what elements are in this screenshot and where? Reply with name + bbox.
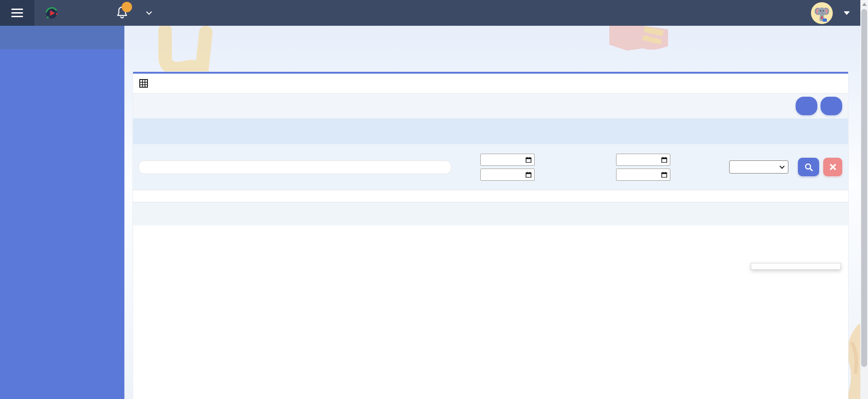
name-filter-input[interactable] [138, 160, 451, 174]
column-header-status[interactable] [729, 127, 848, 136]
avatar [811, 2, 833, 24]
calendar-icon[interactable] [526, 157, 531, 163]
table-bottom-gap [133, 190, 848, 202]
start-date-from-input[interactable] [480, 154, 535, 166]
end-date-to-input[interactable] [616, 169, 670, 181]
calendar-icon[interactable] [526, 172, 531, 178]
search-icon [804, 163, 813, 172]
chevron-down-icon [844, 11, 850, 15]
status-filter-select[interactable] [729, 160, 788, 174]
sidebar-item-students[interactable] [0, 26, 124, 49]
close-icon [830, 164, 836, 170]
elephant-avatar-icon [811, 2, 833, 24]
row-context-menu [751, 263, 841, 270]
table-filter-row [133, 144, 848, 190]
my-class-widget [143, 12, 151, 14]
notifications-badge [122, 2, 132, 12]
table-header-row [133, 118, 848, 144]
chevron-down-icon [779, 164, 784, 169]
my-class-dropdown[interactable] [143, 12, 151, 14]
clear-filter-button[interactable] [823, 158, 842, 176]
panel-title-bar [133, 74, 848, 94]
hamburger-icon [11, 9, 23, 17]
end-date-filter [593, 144, 729, 190]
notifications-button[interactable] [115, 5, 131, 21]
panel-toolbar [133, 94, 848, 118]
sidebar-group-students [0, 26, 124, 49]
hamburger-menu-button[interactable] [0, 0, 34, 26]
start-date-to-input[interactable] [480, 169, 535, 181]
topbar [0, 0, 868, 26]
end-date-from-input[interactable] [616, 154, 670, 166]
app-logo [44, 6, 59, 20]
sidebar [0, 26, 124, 399]
main-content [124, 26, 860, 399]
students-panel [133, 72, 848, 399]
breadcrumb [133, 47, 137, 54]
start-date-filter [458, 144, 593, 190]
page-scrollbar[interactable] [860, 0, 868, 399]
page-scrollbar-thumb[interactable] [861, 9, 867, 367]
search-button[interactable] [798, 158, 819, 176]
page [0, 0, 868, 399]
calendar-icon[interactable] [661, 157, 667, 163]
calendar-icon[interactable] [661, 172, 667, 178]
logo-play-icon [45, 6, 58, 20]
background-book-watermark [600, 26, 673, 53]
table-footer [133, 202, 848, 225]
add-button[interactable] [821, 97, 842, 115]
table-grid-icon [139, 79, 148, 88]
user-menu[interactable] [811, 0, 850, 26]
subgroups-button[interactable] [796, 97, 817, 115]
scroll-up-arrow-icon [862, 3, 867, 6]
chevron-down-icon [146, 9, 152, 15]
